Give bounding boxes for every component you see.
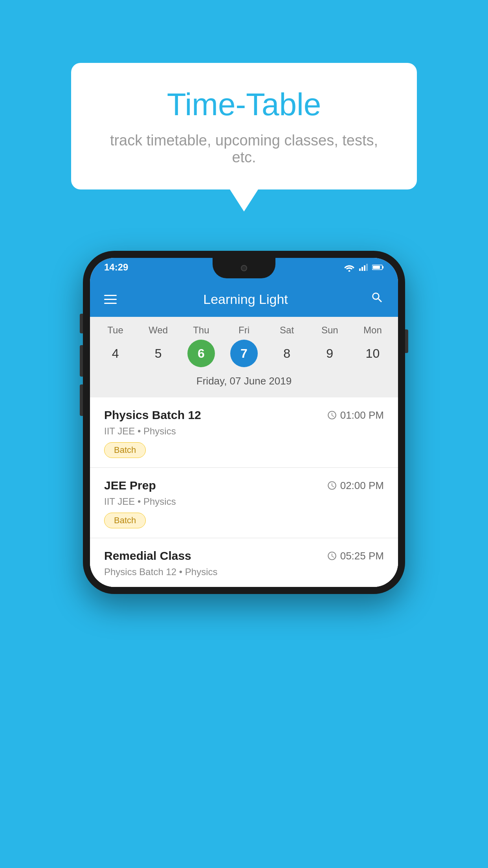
day-header-thu: Thu (182, 325, 221, 336)
speech-bubble: Time-Table track timetable, upcoming cla… (71, 63, 417, 189)
wifi-icon (344, 263, 355, 272)
status-time: 14:29 (104, 262, 128, 273)
svg-rect-2 (361, 267, 363, 271)
class-2-meta: IIT JEE • Physics (104, 496, 384, 507)
svg-rect-4 (366, 264, 368, 271)
phone-screen: 14:29 (90, 258, 398, 587)
speech-bubble-tail (230, 189, 258, 211)
class-item-3-header: Remedial Class 05:25 PM (104, 549, 384, 563)
mute-button (80, 314, 83, 333)
day-header-mon: Mon (353, 325, 392, 336)
phone-mockup: 14:29 (83, 251, 405, 594)
class-3-name: Remedial Class (104, 549, 191, 563)
day-header-sat: Sat (267, 325, 306, 336)
class-2-badge: Batch (104, 513, 146, 528)
class-2-name: JEE Prep (104, 479, 156, 492)
class-item-2-header: JEE Prep 02:00 PM (104, 479, 384, 492)
class-1-name: Physics Batch 12 (104, 408, 201, 422)
signal-icon (359, 263, 368, 272)
hamburger-menu-button[interactable] (104, 295, 117, 304)
day-10[interactable]: 10 (359, 340, 386, 367)
class-3-meta: Physics Batch 12 • Physics (104, 566, 384, 577)
app-toolbar: Learning Light (90, 281, 398, 317)
speech-bubble-section: Time-Table track timetable, upcoming cla… (71, 63, 417, 211)
phone-outer: 14:29 (83, 251, 405, 594)
class-item-1[interactable]: Physics Batch 12 01:00 PM IIT JEE • Phys… (90, 397, 398, 468)
calendar-strip: Tue Wed Thu Fri Sat Sun Mon 4 5 6 7 8 9 … (90, 317, 398, 397)
day-6-today[interactable]: 6 (187, 340, 215, 367)
class-1-meta: IIT JEE • Physics (104, 426, 384, 437)
class-item-3[interactable]: Remedial Class 05:25 PM Physics Batch 12… (90, 538, 398, 587)
day-header-sun: Sun (310, 325, 349, 336)
svg-rect-1 (359, 268, 361, 271)
status-icons (344, 263, 384, 272)
day-header-wed: Wed (139, 325, 178, 336)
day-7-selected[interactable]: 7 (230, 340, 258, 367)
app-title: Learning Light (130, 292, 361, 307)
class-list: Physics Batch 12 01:00 PM IIT JEE • Phys… (90, 397, 398, 587)
front-camera (241, 265, 247, 271)
page-subtitle: track timetable, upcoming classes, tests… (103, 132, 385, 166)
selected-date-label: Friday, 07 June 2019 (94, 371, 394, 394)
volume-down-button (80, 384, 83, 416)
clock-icon-1 (327, 410, 337, 420)
svg-rect-3 (364, 265, 365, 271)
class-2-time: 02:00 PM (327, 480, 384, 492)
day-8[interactable]: 8 (273, 340, 301, 367)
class-1-time: 01:00 PM (327, 409, 384, 421)
clock-icon-2 (327, 480, 337, 491)
svg-point-0 (349, 270, 350, 272)
day-numbers: 4 5 6 7 8 9 10 (94, 340, 394, 367)
day-4[interactable]: 4 (102, 340, 129, 367)
day-header-tue: Tue (96, 325, 135, 336)
battery-icon (372, 264, 384, 271)
page-title: Time-Table (103, 86, 385, 123)
class-3-time: 05:25 PM (327, 550, 384, 562)
volume-up-button (80, 345, 83, 377)
day-5[interactable]: 5 (145, 340, 172, 367)
day-9[interactable]: 9 (316, 340, 343, 367)
class-item-2[interactable]: JEE Prep 02:00 PM IIT JEE • Physics Batc… (90, 468, 398, 538)
search-button[interactable] (371, 291, 384, 307)
class-item-1-header: Physics Batch 12 01:00 PM (104, 408, 384, 422)
class-1-badge: Batch (104, 442, 146, 458)
power-button (405, 329, 408, 353)
day-headers: Tue Wed Thu Fri Sat Sun Mon (94, 325, 394, 336)
svg-rect-7 (373, 266, 380, 269)
svg-rect-6 (382, 266, 383, 268)
day-header-fri: Fri (224, 325, 264, 336)
clock-icon-3 (327, 551, 337, 561)
